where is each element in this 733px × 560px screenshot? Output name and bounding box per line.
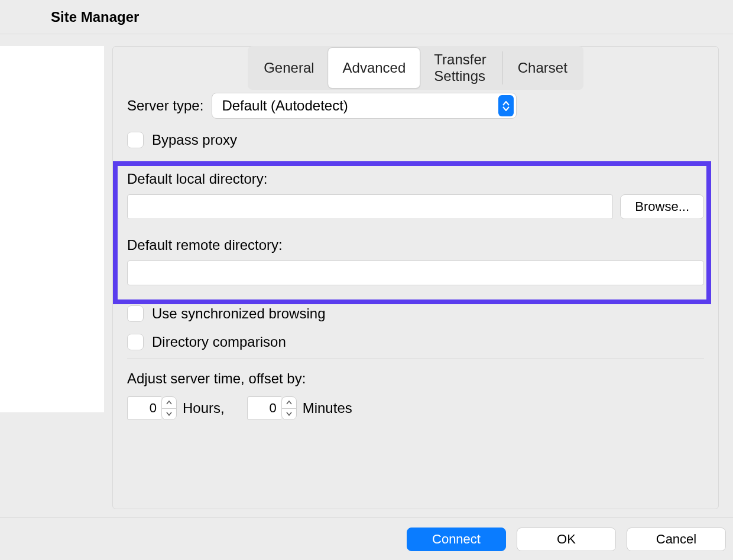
button-label: OK [557,532,576,547]
connect-button[interactable]: Connect [407,528,506,551]
chevron-up-icon [162,397,176,409]
dir-compare-label: Directory comparison [152,334,286,350]
hours-input[interactable] [127,396,161,420]
hours-label: Hours, [183,400,225,416]
tab-label: Transfer Settings [434,51,486,84]
minutes-label: Minutes [303,400,352,416]
minutes-stepper[interactable] [281,396,297,420]
hours-stepper[interactable] [161,396,177,420]
button-label: Connect [432,532,481,547]
settings-panel: General Advanced Transfer Settings Chars… [112,46,719,509]
browse-button[interactable]: Browse... [620,194,704,219]
default-local-dir-input[interactable] [127,194,613,219]
tab-advanced[interactable]: Advanced [329,48,420,88]
window-title: Site Manager [51,9,139,25]
site-list-sidebar[interactable] [0,46,104,412]
bypass-proxy-label: Bypass proxy [152,132,237,148]
ok-button[interactable]: OK [517,528,616,551]
sync-browsing-label: Use synchronized browsing [152,305,325,322]
button-label: Cancel [656,532,696,547]
default-local-dir-label: Default local directory: [127,171,267,187]
updown-icon [498,95,514,116]
tab-general[interactable]: General [249,48,328,88]
server-type-label: Server type: [127,97,203,114]
server-type-select[interactable]: Default (Autodetect) [212,93,517,119]
dir-compare-checkbox[interactable] [127,334,144,350]
tab-label: Advanced [343,60,406,76]
adjust-time-label: Adjust server time, offset by: [127,370,306,387]
divider [127,359,704,359]
browse-label: Browse... [635,199,689,214]
minutes-input[interactable] [247,396,281,420]
bypass-proxy-checkbox[interactable] [127,132,144,148]
tab-transfer-settings[interactable]: Transfer Settings [420,48,501,88]
tab-label: Charset [518,60,567,76]
chevron-down-icon [282,409,296,420]
sync-browsing-checkbox[interactable] [127,305,144,322]
cancel-button[interactable]: Cancel [627,528,726,551]
chevron-down-icon [162,409,176,420]
tab-charset[interactable]: Charset [504,48,582,88]
default-remote-dir-input[interactable] [127,261,704,285]
tab-bar: General Advanced Transfer Settings Chars… [248,46,583,90]
window-titlebar: Site Manager [0,0,733,34]
default-remote-dir-label: Default remote directory: [127,237,283,253]
chevron-up-icon [282,397,296,409]
server-type-value: Default (Autodetect) [222,97,348,114]
tab-label: General [264,60,314,76]
dialog-footer: Connect OK Cancel [0,517,733,560]
